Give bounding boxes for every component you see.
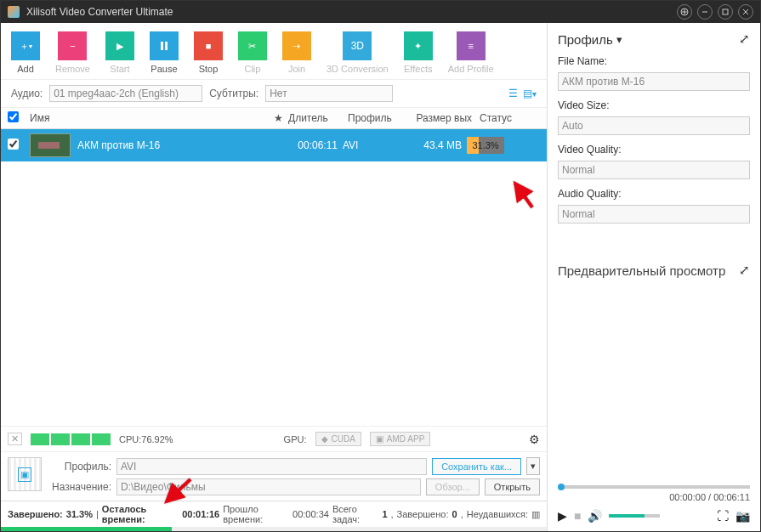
row-checkbox[interactable] [8, 139, 19, 150]
app-window: Xilisoft Video Converter Ultimate ＋▾Add … [0, 0, 761, 532]
file-list-area[interactable] [1, 161, 547, 426]
video-thumbnail [30, 133, 71, 157]
gear-icon[interactable]: ⚙ [529, 433, 540, 446]
row-status-progress: 31.3% [467, 137, 504, 154]
play-icon[interactable]: ▶ [558, 509, 567, 523]
profile-label: Профиль: [48, 461, 111, 473]
save-as-button[interactable]: Сохранить как... [432, 458, 521, 475]
audio-select[interactable] [49, 85, 202, 102]
select-all-checkbox[interactable] [8, 111, 19, 122]
svg-rect-8 [165, 42, 168, 50]
destination-field[interactable] [116, 478, 421, 495]
row-profile: AVI [343, 139, 394, 151]
col-star[interactable]: ★ [268, 112, 288, 124]
clip-button[interactable]: ✂Clip [238, 31, 267, 74]
audioquality-select[interactable] [558, 205, 750, 224]
amd-icon: ▣ [376, 434, 383, 444]
nvidia-icon: ◆ [321, 434, 328, 444]
profile-destination-area: ▣ Профиль: Сохранить как... ▾ Назначение… [1, 451, 547, 501]
volume-slider[interactable] [609, 514, 660, 518]
col-status[interactable]: Статус [472, 112, 520, 124]
videosize-select[interactable] [558, 116, 750, 135]
save-as-dropdown[interactable]: ▾ [526, 457, 540, 475]
settings-circle-icon[interactable] [677, 4, 692, 20]
row-duration: 00:06:11 [283, 139, 343, 151]
titlebar: Xilisoft Video Converter Ultimate [1, 1, 760, 23]
add-button[interactable]: ＋▾Add [11, 31, 40, 74]
main-panel: ＋▾Add −Remove ▶Start Pause ■Stop ✂Clip ⇢… [1, 23, 548, 531]
profile-heading: Профиль▾⤢ [558, 31, 750, 47]
preview-time: 00:00:00 / 00:06:11 [558, 492, 750, 502]
preview-timeline[interactable]: 00:00:00 / 00:06:11 ▶ ■ 🔊 ⛶ 📷 [558, 482, 750, 523]
gpu-label: GPU: [284, 434, 307, 444]
status-bar: Завершено:31.3% | Осталось времени:00:01… [1, 501, 547, 527]
svg-rect-7 [161, 42, 163, 50]
pause-button[interactable]: Pause [150, 31, 179, 74]
stop-preview-icon[interactable]: ■ [574, 509, 581, 523]
stop-button[interactable]: ■Stop [194, 31, 223, 74]
add-profile-button[interactable]: ≡Add Profile [448, 31, 494, 74]
minimize-icon[interactable] [697, 4, 713, 20]
remove-button[interactable]: −Remove [55, 31, 90, 74]
snapshot-icon[interactable]: 📷 [735, 509, 750, 523]
report-icon[interactable]: ▥ [531, 509, 540, 520]
audio-label: Аудио: [11, 88, 43, 99]
window-title: Xilisoft Video Converter Ultimate [26, 6, 670, 18]
filename-label: File Name: [558, 55, 750, 67]
cpu-label: CPU:76.92% [119, 434, 173, 444]
start-button[interactable]: ▶Start [105, 31, 134, 74]
3d-conversion-button[interactable]: 3D3D Conversion [327, 31, 389, 74]
table-row[interactable]: АКМ против М-16 00:06:11 AVI 43.4 MB 31.… [1, 129, 547, 161]
format-icon: ▣ [8, 457, 42, 491]
table-header: Имя ★ Длитель Профиль Размер вых Статус [1, 108, 547, 129]
join-button[interactable]: ⇢Join [282, 31, 311, 74]
destination-label: Назначение: [48, 481, 111, 493]
fullscreen-icon[interactable]: ⛶ [717, 509, 729, 523]
audioquality-label: Audio Quality: [558, 188, 750, 200]
app-icon [8, 6, 20, 18]
close-icon[interactable] [738, 4, 753, 20]
effects-button[interactable]: ✦Effects [404, 31, 433, 74]
volume-icon[interactable]: 🔊 [588, 509, 602, 523]
amd-button[interactable]: ▣AMD APP [370, 432, 430, 446]
audio-subtitle-row: Аудио: Субтитры: ☰ ▤▾ [1, 80, 547, 108]
col-profile[interactable]: Профиль [348, 112, 399, 124]
col-duration[interactable]: Длитель [288, 112, 348, 124]
filename-field[interactable] [558, 72, 750, 91]
profile-field[interactable] [116, 458, 427, 475]
videoquality-label: Video Quality: [558, 144, 750, 156]
videoquality-select[interactable] [558, 161, 750, 179]
cpu-gpu-bar: ✕ CPU:76.92% GPU: ◆CUDA ▣AMD APP ⚙ [1, 426, 547, 451]
expand-preview-icon[interactable]: ⤢ [739, 263, 750, 278]
expand-icon[interactable]: ⤢ [739, 31, 750, 47]
open-button[interactable]: Открыть [485, 478, 540, 495]
col-name[interactable]: Имя [30, 112, 268, 124]
toolbar: ＋▾Add −Remove ▶Start Pause ■Stop ✂Clip ⇢… [1, 23, 547, 80]
cpu-meter [31, 433, 111, 445]
row-size: 43.4 MB [394, 139, 467, 151]
view-tile-icon[interactable]: ▤▾ [523, 88, 537, 99]
cpu-close-icon[interactable]: ✕ [8, 433, 22, 445]
cuda-button[interactable]: ◆CUDA [315, 432, 361, 446]
videosize-label: Video Size: [558, 99, 750, 111]
side-panel: Профиль▾⤢ File Name: Video Size: Video Q… [548, 23, 760, 531]
preview-heading: Предварительный просмотр⤢ [558, 263, 750, 278]
col-size[interactable]: Размер вых [399, 112, 472, 124]
subtitle-select[interactable] [265, 85, 393, 102]
subtitle-label: Субтитры: [209, 88, 258, 99]
browse-button[interactable]: Обзор... [426, 478, 480, 495]
view-list-icon[interactable]: ☰ [508, 88, 518, 99]
row-name: АКМ против М-16 [77, 139, 263, 151]
overall-progress-bar [1, 527, 547, 531]
svg-rect-4 [723, 9, 728, 14]
maximize-icon[interactable] [718, 4, 733, 20]
